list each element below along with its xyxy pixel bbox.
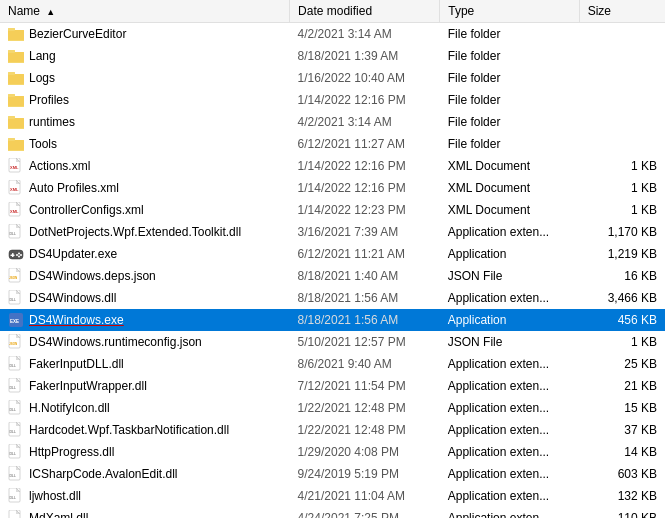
file-name-cell: DLL DotNetProjects.Wpf.Extended.Toolkit.… xyxy=(0,221,290,243)
file-size: 1,219 KB xyxy=(579,243,665,265)
file-date: 6/12/2021 11:27 AM xyxy=(290,133,440,155)
svg-text:XML: XML xyxy=(10,209,19,214)
file-type: File folder xyxy=(440,133,579,155)
column-header-date[interactable]: Date modified xyxy=(290,0,440,23)
file-name: runtimes xyxy=(29,115,75,129)
table-row[interactable]: XML ControllerConfigs.xml1/14/2022 12:23… xyxy=(0,199,665,221)
svg-rect-18 xyxy=(8,96,24,106)
file-date: 4/2/2021 3:14 AM xyxy=(290,111,440,133)
file-date: 1/14/2022 12:16 PM xyxy=(290,177,440,199)
table-row[interactable]: JSON DS4Windows.runtimeconfig.json5/10/2… xyxy=(0,331,665,353)
file-date: 8/18/2021 1:56 AM xyxy=(290,309,440,331)
svg-rect-19 xyxy=(8,94,15,97)
table-row[interactable]: DLL ljwhost.dll4/21/2021 11:04 AMApplica… xyxy=(0,485,665,507)
file-name: Profiles xyxy=(29,93,69,107)
svg-rect-23 xyxy=(8,118,24,128)
file-size: 1 KB xyxy=(579,155,665,177)
svg-rect-28 xyxy=(8,140,24,150)
dll-icon: DLL xyxy=(8,466,24,482)
dll-icon: DLL xyxy=(8,290,24,306)
file-size xyxy=(579,45,665,67)
file-name: Logs xyxy=(29,71,55,85)
svg-text:XML: XML xyxy=(10,165,19,170)
file-name-cell: XML ControllerConfigs.xml xyxy=(0,199,290,221)
file-type: XML Document xyxy=(440,199,579,221)
svg-text:DLL: DLL xyxy=(10,232,16,236)
table-row[interactable]: XML Auto Profiles.xml1/14/2022 12:16 PMX… xyxy=(0,177,665,199)
folder-icon xyxy=(8,92,24,108)
table-row[interactable]: JSON DS4Windows.deps.json8/18/2021 1:40 … xyxy=(0,265,665,287)
table-row[interactable]: Logs1/16/2022 10:40 AMFile folder xyxy=(0,67,665,89)
table-row[interactable]: DLL H.NotifyIcon.dll1/22/2021 12:48 PMAp… xyxy=(0,397,665,419)
table-row[interactable]: DS4Updater.exe6/12/2021 11:21 AMApplicat… xyxy=(0,243,665,265)
file-name: MdXaml.dll xyxy=(29,511,88,519)
file-name-cell: XML Actions.xml xyxy=(0,155,290,177)
file-type: XML Document xyxy=(440,177,579,199)
svg-point-51 xyxy=(18,255,20,257)
file-explorer: Name ▲ Date modified Type Size Bezie xyxy=(0,0,665,518)
file-date: 4/24/2021 7:25 PM xyxy=(290,507,440,519)
file-size: 1,170 KB xyxy=(579,221,665,243)
table-row[interactable]: EXE DS4Windows.exe8/18/2021 1:56 AMAppli… xyxy=(0,309,665,331)
file-name-cell: DLL MdXaml.dll xyxy=(0,507,290,519)
file-type: Application exten... xyxy=(440,441,579,463)
file-type: JSON File xyxy=(440,265,579,287)
table-row[interactable]: Lang8/18/2021 1:39 AMFile folder xyxy=(0,45,665,67)
file-type: Application exten... xyxy=(440,287,579,309)
svg-rect-8 xyxy=(8,52,24,62)
file-name: FakerInputWrapper.dll xyxy=(29,379,147,393)
table-row[interactable]: XML Actions.xml1/14/2022 12:16 PMXML Doc… xyxy=(0,155,665,177)
svg-text:DLL: DLL xyxy=(10,452,16,456)
table-row[interactable]: DLL DotNetProjects.Wpf.Extended.Toolkit.… xyxy=(0,221,665,243)
table-row[interactable]: DLL MdXaml.dll4/24/2021 7:25 PMApplicati… xyxy=(0,507,665,519)
svg-text:DLL: DLL xyxy=(10,496,16,500)
file-type: JSON File xyxy=(440,331,579,353)
file-name-cell: DLL FakerInputDLL.dll xyxy=(0,353,290,375)
file-type: File folder xyxy=(440,45,579,67)
table-row[interactable]: DLL HttpProgress.dll1/29/2020 4:08 PMApp… xyxy=(0,441,665,463)
file-date: 1/22/2021 12:48 PM xyxy=(290,419,440,441)
file-name: DS4Windows.deps.json xyxy=(29,269,156,283)
file-size: 16 KB xyxy=(579,265,665,287)
folder-icon xyxy=(8,26,24,42)
table-row[interactable]: DLL FakerInputWrapper.dll7/12/2021 11:54… xyxy=(0,375,665,397)
file-date: 1/14/2022 12:23 PM xyxy=(290,199,440,221)
file-name-cell: DLL H.NotifyIcon.dll xyxy=(0,397,290,419)
file-name-cell: DLL HttpProgress.dll xyxy=(0,441,290,463)
file-date: 8/18/2021 1:56 AM xyxy=(290,287,440,309)
file-name-cell: Lang xyxy=(0,45,290,67)
table-row[interactable]: BezierCurveEditor4/2/2021 3:14 AMFile fo… xyxy=(0,23,665,45)
table-row[interactable]: DLL FakerInputDLL.dll8/6/2021 9:40 AMApp… xyxy=(0,353,665,375)
file-type: Application exten... xyxy=(440,485,579,507)
table-row[interactable]: Profiles1/14/2022 12:16 PMFile folder xyxy=(0,89,665,111)
svg-text:DLL: DLL xyxy=(10,364,16,368)
table-header: Name ▲ Date modified Type Size xyxy=(0,0,665,23)
file-type: File folder xyxy=(440,67,579,89)
column-header-type[interactable]: Type xyxy=(440,0,579,23)
table-row[interactable]: DLL ICSharpCode.AvalonEdit.dll9/24/2019 … xyxy=(0,463,665,485)
file-name-cell: Logs xyxy=(0,67,290,89)
svg-text:DLL: DLL xyxy=(10,298,16,302)
file-size: 3,466 KB xyxy=(579,287,665,309)
file-name-cell: DLL ICSharpCode.AvalonEdit.dll xyxy=(0,463,290,485)
file-name-cell: DLL Hardcodet.Wpf.TaskbarNotification.dl… xyxy=(0,419,290,441)
file-name: ControllerConfigs.xml xyxy=(29,203,144,217)
svg-point-49 xyxy=(18,252,20,254)
table-row[interactable]: DLL DS4Windows.dll8/18/2021 1:56 AMAppli… xyxy=(0,287,665,309)
file-date: 4/2/2021 3:14 AM xyxy=(290,23,440,45)
table-row[interactable]: runtimes4/2/2021 3:14 AMFile folder xyxy=(0,111,665,133)
file-name-cell: Profiles xyxy=(0,89,290,111)
json-icon: JSON xyxy=(8,268,24,284)
file-name-cell: runtimes xyxy=(0,111,290,133)
svg-text:DLL: DLL xyxy=(10,474,16,478)
file-type: Application exten... xyxy=(440,507,579,519)
column-header-name[interactable]: Name ▲ xyxy=(0,0,290,23)
table-row[interactable]: DLL Hardcodet.Wpf.TaskbarNotification.dl… xyxy=(0,419,665,441)
file-name: BezierCurveEditor xyxy=(29,27,126,41)
dll-icon: DLL xyxy=(8,224,24,240)
xml-icon: XML xyxy=(8,202,24,218)
table-row[interactable]: Tools6/12/2021 11:27 AMFile folder xyxy=(0,133,665,155)
gamepad-icon xyxy=(8,246,24,262)
column-header-size[interactable]: Size xyxy=(579,0,665,23)
svg-text:DLL: DLL xyxy=(10,386,16,390)
